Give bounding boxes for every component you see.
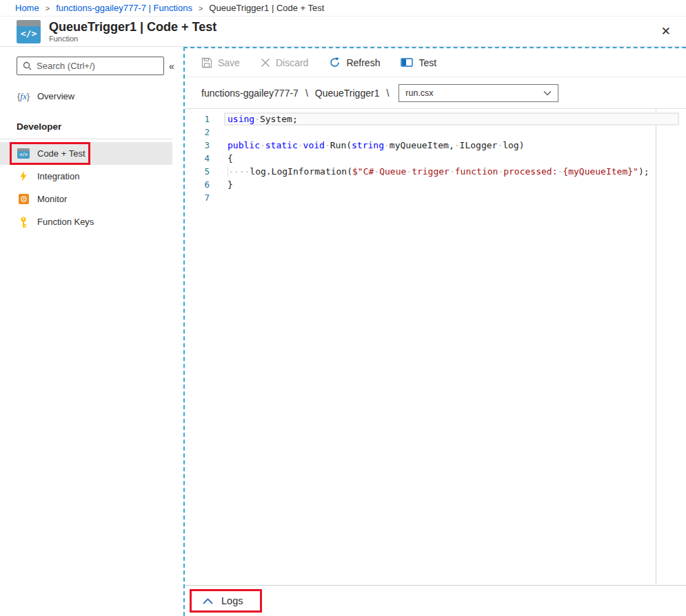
sidebar-item-label: Overview (37, 91, 74, 101)
code-line[interactable]: 1using·System; (185, 112, 686, 126)
path-separator: \ (386, 88, 389, 99)
code-editor[interactable]: 1using·System;23public·static·void·Run(s… (185, 109, 686, 585)
close-icon[interactable]: ✕ (656, 23, 676, 40)
sidebar-divider (0, 139, 172, 139)
code-line-content: public·static·void·Run(string·myQueueIte… (210, 139, 525, 152)
code-line-content (210, 126, 228, 139)
refresh-icon (329, 57, 341, 68)
logs-label: Logs (221, 595, 243, 606)
code-line[interactable]: 6} (185, 178, 686, 191)
breadcrumb-separator: > (46, 4, 50, 12)
code-line[interactable]: 4{ (185, 152, 686, 165)
breadcrumb-current: QueueTrigger1 | Code + Test (209, 3, 324, 13)
toolbar-button-label: Discard (276, 57, 308, 68)
page-header: </> QueueTrigger1 | Code + Test Function… (0, 17, 686, 47)
test-button[interactable]: Test (401, 57, 436, 68)
breadcrumb-link[interactable]: Home (15, 3, 39, 13)
save-button: Save (201, 57, 240, 68)
sidebar-item-overview[interactable]: {fx}Overview (0, 85, 172, 108)
code-line[interactable]: 2 (185, 126, 686, 139)
line-number: 7 (185, 191, 210, 204)
line-number: 4 (185, 152, 210, 165)
page-title: QueueTrigger1 | Code + Test (49, 20, 216, 34)
line-number: 6 (185, 178, 210, 191)
code-line-content: } (210, 178, 233, 191)
sidebar-menu: {fx}Overview (0, 85, 183, 108)
line-number: 2 (185, 126, 210, 139)
breadcrumb-separator: > (199, 4, 203, 12)
path-separator: \ (305, 88, 308, 99)
file-path-function: QueueTrigger1 (315, 88, 380, 99)
double-chevron-left-icon[interactable]: « (164, 61, 179, 72)
code-line[interactable]: 3public·static·void·Run(string·myQueueIt… (185, 139, 686, 152)
sidebar-item-label: Monitor (37, 194, 67, 204)
file-path-bar: functions-ggailey777-7 \ QueueTrigger1 \… (185, 77, 686, 109)
lightning-icon (17, 170, 30, 183)
page-subtitle: Function (49, 34, 216, 43)
sidebar-item-label: Integration (37, 171, 79, 181)
code-line-content: using·System; (210, 112, 298, 126)
line-number: 5 (185, 165, 210, 178)
monitor-icon (17, 193, 30, 206)
sidebar-developer-menu: </>Code + TestIntegrationMonitorFunction… (0, 142, 183, 233)
toolbar-button-label: Refresh (346, 57, 380, 68)
fx-braces-icon: {fx} (17, 90, 30, 103)
code-line[interactable]: 7 (185, 191, 686, 204)
main-panel: SaveDiscardRefreshTest functions-ggailey… (183, 47, 686, 616)
code-line-content: ····log.LogInformation($"C#·Queue·trigge… (210, 165, 649, 178)
line-number: 1 (185, 112, 210, 126)
sidebar-item-label: Function Keys (37, 217, 94, 227)
code-line[interactable]: 5····log.LogInformation($"C#·Queue·trigg… (185, 165, 686, 178)
search-icon (23, 61, 32, 70)
sidebar-item-function-keys[interactable]: Function Keys (0, 210, 172, 233)
save-icon (201, 57, 212, 68)
code-window-icon: </> (17, 148, 30, 160)
file-select[interactable]: run.csx (399, 84, 558, 102)
sidebar: « {fx}Overview Developer </>Code + TestI… (0, 47, 183, 616)
sidebar-item-label: Code + Test (37, 148, 85, 159)
test-panel-icon (401, 57, 413, 68)
key-icon (17, 216, 30, 228)
toolbar-button-label: Save (218, 57, 240, 68)
discard-x-icon (261, 58, 270, 68)
function-code-window-icon: </> (17, 20, 41, 43)
logs-expand-button[interactable]: Logs (190, 589, 262, 613)
sidebar-item-code-test[interactable]: </>Code + Test (0, 142, 172, 165)
sidebar-item-monitor[interactable]: Monitor (0, 188, 172, 210)
search-input[interactable] (37, 61, 158, 71)
code-line-content (210, 191, 228, 204)
breadcrumb: Home>functions-ggailey777-7 | Functions>… (0, 0, 686, 17)
file-path-app: functions-ggailey777-7 (201, 88, 299, 99)
refresh-button[interactable]: Refresh (329, 57, 380, 68)
sidebar-item-integration[interactable]: Integration (0, 165, 172, 188)
chevron-down-icon (543, 90, 552, 96)
search-input-wrapper (17, 57, 164, 75)
code-line-content: { (210, 152, 233, 165)
toolbar: SaveDiscardRefreshTest (185, 48, 686, 77)
sidebar-section-developer: Developer (0, 108, 183, 139)
chevron-up-icon (202, 597, 214, 605)
file-select-value: run.csx (405, 88, 433, 98)
toolbar-button-label: Test (418, 57, 436, 68)
discard-button: Discard (261, 57, 308, 68)
breadcrumb-link[interactable]: functions-ggailey777-7 | Functions (56, 3, 192, 13)
line-number: 3 (185, 139, 210, 152)
logs-bar: Logs (185, 585, 686, 616)
